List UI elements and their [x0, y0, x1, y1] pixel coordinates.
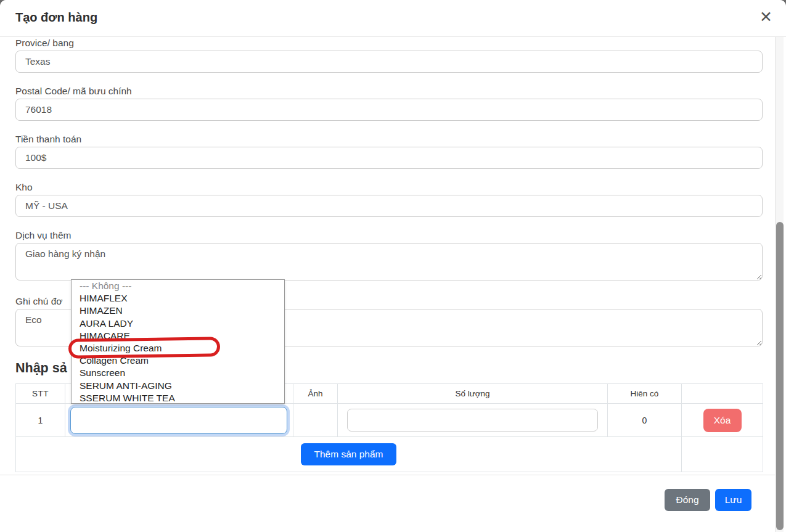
warehouse-input[interactable] — [15, 195, 763, 217]
payment-input[interactable] — [15, 147, 763, 169]
close-modal-button[interactable]: Đóng — [665, 489, 710, 511]
postal-code-input[interactable] — [15, 99, 763, 121]
dropdown-option[interactable]: HIMAFLEX — [72, 292, 284, 305]
header-image: Ảnh — [293, 384, 338, 404]
header-quantity: Số lượng — [338, 384, 608, 404]
field-province: Provice/ bang — [15, 37, 763, 73]
dropdown-option[interactable]: AURA LADY — [72, 317, 284, 330]
dropdown-option[interactable]: HIMACARE — [72, 330, 284, 342]
add-product-button[interactable]: Thêm sản phẩm — [301, 443, 396, 465]
province-input[interactable] — [15, 51, 763, 73]
scrollbar-track[interactable] — [775, 37, 784, 532]
modal-header: Tạo đơn hàng ✕ — [0, 0, 786, 37]
save-button[interactable]: Lưu — [715, 489, 751, 511]
close-icon[interactable]: ✕ — [756, 9, 776, 25]
dropdown-option[interactable]: Collagen Cream — [72, 354, 284, 367]
dropdown-option[interactable]: Sunscreen — [72, 367, 284, 379]
product-dropdown-list: --- Không --- HIMAFLEX HIMAZEN AURA LADY… — [71, 279, 285, 404]
add-product-cell: Thêm sản phẩm — [16, 437, 682, 472]
extra-service-label: Dịch vụ thêm — [15, 229, 763, 241]
warehouse-label: Kho — [15, 181, 763, 193]
header-available: Hiên có — [608, 384, 682, 404]
row-image-cell — [293, 404, 338, 437]
product-select[interactable] — [70, 407, 287, 434]
dropdown-option[interactable]: SSERUM WHITE TEA — [72, 392, 284, 404]
dropdown-option-annotated[interactable]: Moisturizing Cream — [72, 342, 284, 354]
add-product-row: Thêm sản phẩm — [16, 437, 763, 472]
modal-title: Tạo đơn hàng — [15, 10, 97, 25]
dropdown-option[interactable]: HIMAZEN — [72, 305, 284, 317]
table-row: 1 0 Xóa — [16, 404, 763, 437]
extra-service-textarea[interactable]: Giao hàng ký nhận — [15, 243, 763, 280]
field-payment: Tiền thanh toán — [15, 133, 763, 169]
field-postal-code: Postal Code/ mã bưu chính — [15, 85, 763, 121]
row-quantity-cell — [338, 404, 608, 437]
quantity-input[interactable] — [347, 409, 598, 432]
dropdown-option[interactable]: --- Không --- — [72, 280, 284, 292]
row-stt-cell: 1 — [16, 404, 65, 437]
scrollbar-thumb[interactable] — [776, 222, 784, 530]
delete-row-button[interactable]: Xóa — [703, 409, 742, 432]
add-product-row-spacer — [682, 437, 763, 472]
row-actions-cell: Xóa — [682, 404, 763, 437]
footer-divider — [0, 475, 775, 475]
province-label: Provice/ bang — [15, 37, 763, 49]
row-product-cell — [65, 404, 293, 437]
row-available-cell: 0 — [608, 404, 682, 437]
header-actions — [682, 384, 763, 404]
postal-code-label: Postal Code/ mã bưu chính — [15, 85, 763, 97]
create-order-modal: Tạo đơn hàng ✕ Provice/ bang Postal Code… — [0, 0, 786, 532]
dropdown-option[interactable]: SERUM ANTI-AGING — [72, 380, 284, 392]
payment-label: Tiền thanh toán — [15, 133, 763, 145]
field-warehouse: Kho — [15, 181, 763, 217]
field-extra-service: Dịch vụ thêm Giao hàng ký nhận — [15, 229, 763, 283]
header-stt: STT — [16, 384, 65, 404]
